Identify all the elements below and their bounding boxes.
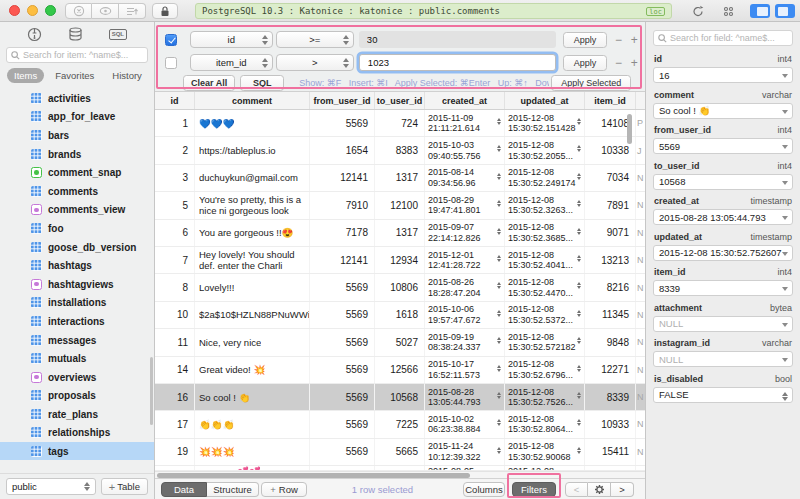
next-page-button[interactable]: > xyxy=(611,482,634,497)
filter-2-value-input[interactable] xyxy=(359,54,557,71)
tab-items[interactable]: Items xyxy=(7,68,44,83)
cell-timestamp[interactable]: 2015-12-0815:30:52.4470... xyxy=(505,274,585,300)
field-value-created_at[interactable]: 2015-08-28 13:05:44.793 xyxy=(653,209,793,225)
database-icon[interactable] xyxy=(68,27,83,41)
cell-timestamp[interactable]: 2015-10-0206:23:38.884 xyxy=(425,411,505,437)
field-value-item_id[interactable]: 8339 xyxy=(653,280,793,296)
column-header-id[interactable]: id xyxy=(155,92,195,109)
cell-from-user-id[interactable]: 5569 xyxy=(310,439,375,465)
column-header-item_id[interactable]: item_id xyxy=(585,92,636,109)
disconnect-button[interactable] xyxy=(65,3,92,19)
filter-add-button[interactable]: + xyxy=(627,33,641,47)
cell-id[interactable]: 5 xyxy=(155,192,195,218)
cell-item-id[interactable]: 15411 xyxy=(585,439,636,465)
cell-id[interactable]: 6 xyxy=(155,220,195,246)
cell-timestamp[interactable]: 2015-08-1409:34:56.96 xyxy=(425,165,505,191)
inspector-search-input[interactable] xyxy=(670,33,788,43)
prev-page-button[interactable]: < xyxy=(565,482,588,497)
cell-id[interactable]: 11 xyxy=(155,329,195,355)
filter-1-operator-select[interactable]: >= xyxy=(276,31,354,48)
sidebar-item-foo[interactable]: foo xyxy=(0,219,154,238)
table-row[interactable]: 3duchuykun@gmail.com1214113172015-08-140… xyxy=(155,165,645,192)
cell-timestamp[interactable]: 2015-12-0815:30:52.5372... xyxy=(505,302,585,328)
filter-1-value-input[interactable] xyxy=(359,31,557,48)
cell-from-user-id[interactable]: 1654 xyxy=(310,137,375,163)
filter-remove-button[interactable]: − xyxy=(612,33,626,47)
table-row[interactable]: 11Nice, very nice556950272015-09-1908:38… xyxy=(155,329,645,356)
cell-timestamp[interactable]: 2015-10-0619:57:47.672 xyxy=(425,302,505,328)
cell-id[interactable]: 17 xyxy=(155,411,195,437)
cell-item-id[interactable]: 8339 xyxy=(585,384,636,410)
field-value-id[interactable]: 16 xyxy=(653,67,793,83)
cell-comment[interactable]: Lovely!!! xyxy=(195,274,310,300)
cell-timestamp[interactable]: 2015-12-0815:30:52.249174 xyxy=(505,165,585,191)
column-header-comment[interactable]: comment xyxy=(195,92,310,109)
cell-from-user-id[interactable]: 12141 xyxy=(310,247,375,273)
cell-to-user-id[interactable]: 8383 xyxy=(375,137,425,163)
cell-timestamp[interactable]: 2015-10-0309:40:55.756 xyxy=(425,137,505,163)
field-value-instagram_id[interactable]: NULL xyxy=(653,351,793,367)
sidebar-item-bars[interactable]: bars xyxy=(0,126,154,145)
filter-remove-button[interactable]: − xyxy=(612,56,626,70)
sidebar-item-comments_view[interactable]: comments_view xyxy=(0,201,154,220)
horizontal-scrollbar[interactable] xyxy=(155,471,645,478)
field-value-comment[interactable]: So cool ! 👏 xyxy=(653,103,793,119)
cell-to-user-id[interactable]: 1618 xyxy=(375,302,425,328)
zoom-window-button[interactable] xyxy=(45,5,56,16)
cell-comment[interactable]: duchuykun@gmail.com xyxy=(195,165,310,191)
cell-from-user-id[interactable]: 5569 xyxy=(310,357,375,383)
settings-button[interactable] xyxy=(588,482,611,497)
cell-timestamp[interactable]: 2015-12-0815:30:52.6796... xyxy=(505,357,585,383)
cell-comment[interactable]: Great video! 💥 xyxy=(195,357,310,383)
cell-timestamp[interactable]: 2015-12-0815:30:52.4041... xyxy=(505,247,585,273)
cell-id[interactable]: 3 xyxy=(155,165,195,191)
tab-favorites[interactable]: Favorites xyxy=(48,68,101,83)
commit-list-button[interactable] xyxy=(119,3,146,19)
structure-tab-button[interactable]: Structure xyxy=(207,482,259,497)
sidebar-item-mutuals[interactable]: mutuals xyxy=(0,349,154,368)
cell-id[interactable]: 19 xyxy=(155,439,195,465)
data-tab-button[interactable]: Data xyxy=(161,482,207,497)
sql-button[interactable]: SQL xyxy=(240,75,284,91)
cell-id[interactable]: 7 xyxy=(155,247,195,273)
add-row-button[interactable]: + Row xyxy=(261,482,307,497)
cell-id[interactable]: 16 xyxy=(155,384,195,410)
sidebar-item-messages[interactable]: messages xyxy=(0,331,154,350)
cell-timestamp[interactable]: 2015-12-0815:30:52.2055... xyxy=(505,137,585,163)
sidebar-item-goose_db_version[interactable]: goose_db_version xyxy=(0,238,154,257)
table-row[interactable]: 5You're so pretty, this is a nice ni gor… xyxy=(155,192,645,219)
watch-button[interactable] xyxy=(92,3,119,19)
sidebar-item-hashtagviews[interactable]: hashtagviews xyxy=(0,275,154,294)
cell-from-user-id[interactable]: 7178 xyxy=(310,220,375,246)
apply-selected-button[interactable]: Apply Selected xyxy=(551,75,631,91)
sidebar-item-relationships[interactable]: relationships xyxy=(0,424,154,443)
column-header-updated_at[interactable]: updated_at xyxy=(505,92,585,109)
cell-id[interactable]: 14 xyxy=(155,357,195,383)
cell-item-id[interactable]: 8216 xyxy=(585,274,636,300)
cell-timestamp[interactable]: 2015-08-2813:05:44.793 xyxy=(425,384,505,410)
cell-comment[interactable]: 💥💥💥 xyxy=(195,439,310,465)
table-row[interactable]: 1💙💙💙55697242015-11-0921:11:21.6142015-12… xyxy=(155,110,645,137)
toggle-right-panel-button[interactable] xyxy=(773,3,797,19)
filter-2-field-select[interactable]: item_id xyxy=(190,54,273,71)
cell-timestamp[interactable]: 2015-08-2618:28:47.204 xyxy=(425,274,505,300)
cell-comment[interactable]: Hey lovely! You should def. enter the Ch… xyxy=(195,247,310,273)
cell-timestamp[interactable]: 2015-12-0815:30:52.3263... xyxy=(505,192,585,218)
cell-timestamp[interactable]: 2015-11-2410:12:39.322 xyxy=(425,439,505,465)
refresh-button[interactable] xyxy=(686,3,710,19)
sidebar-item-app_for_leave[interactable]: app_for_leave xyxy=(0,108,154,127)
cell-item-id[interactable]: 9848 xyxy=(585,329,636,355)
cell-comment[interactable]: You're so pretty, this is a nice ni gorg… xyxy=(195,192,310,218)
lock-button[interactable] xyxy=(152,3,178,19)
cell-comment[interactable]: https://tableplus.io xyxy=(195,137,310,163)
field-value-updated_at[interactable]: 2015-12-08 15:30:52.752607 xyxy=(653,245,793,261)
field-value-to_user_id[interactable]: 10568 xyxy=(653,174,793,190)
cell-to-user-id[interactable]: 1317 xyxy=(375,165,425,191)
cell-item-id[interactable]: 10933 xyxy=(585,411,636,437)
cell-item-id[interactable]: 11345 xyxy=(585,302,636,328)
sidebar-item-overviews[interactable]: overviews xyxy=(0,368,154,387)
cell-timestamp[interactable]: 2015-12-0815:30:52.8064... xyxy=(505,411,585,437)
filter-2-operator-select[interactable]: > xyxy=(276,54,354,71)
cell-from-user-id[interactable]: 12141 xyxy=(310,165,375,191)
cell-to-user-id[interactable]: 7225 xyxy=(375,411,425,437)
